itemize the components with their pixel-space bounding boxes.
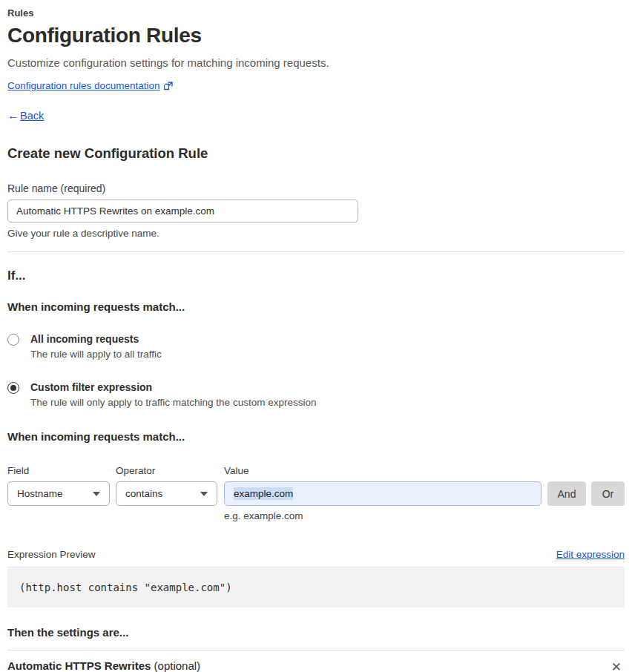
- radio-option-custom-filter[interactable]: Custom filter expression The rule will o…: [7, 381, 625, 408]
- setting-title: Automatic HTTPS Rewrites (optional): [7, 659, 200, 672]
- close-icon[interactable]: ✕: [608, 659, 625, 672]
- expression-builder-heading: When incoming requests match...: [7, 430, 625, 443]
- section-divider: [7, 251, 625, 252]
- setting-header: Automatic HTTPS Rewrites (optional) ✕: [7, 659, 625, 672]
- back-arrow-icon: ←: [7, 109, 19, 122]
- field-column-label: Field: [7, 465, 110, 476]
- then-heading: Then the settings are...: [7, 626, 625, 639]
- rule-name-input[interactable]: [7, 200, 358, 223]
- expression-preview-code: (http.host contains "example.com"): [7, 567, 625, 607]
- radio-option-all-requests[interactable]: All incoming requests The rule will appl…: [7, 333, 625, 360]
- match-heading: When incoming requests match...: [7, 300, 625, 313]
- field-select[interactable]: Hostname: [7, 481, 110, 506]
- radio-option-label: All incoming requests: [30, 333, 162, 345]
- setting-optional-suffix: (optional): [151, 659, 200, 672]
- configuration-rules-page: Rules Configuration Rules Customize conf…: [0, 0, 632, 672]
- chevron-down-icon: [200, 492, 208, 496]
- and-button[interactable]: And: [547, 481, 586, 506]
- edit-expression-link[interactable]: Edit expression: [556, 549, 625, 560]
- documentation-link[interactable]: Configuration rules documentation: [7, 80, 160, 91]
- breadcrumb: Rules: [7, 7, 625, 19]
- radio-option-texts: All incoming requests The rule will appl…: [30, 333, 162, 360]
- radio-unselected-icon[interactable]: [7, 334, 19, 346]
- value-input-text: example.com: [234, 487, 293, 500]
- back-link-label: Back: [20, 110, 44, 122]
- radio-option-texts: Custom filter expression The rule will o…: [30, 381, 316, 408]
- value-helper: e.g. example.com: [224, 510, 625, 521]
- or-button[interactable]: Or: [591, 481, 625, 506]
- operator-select-value: contains: [125, 488, 162, 499]
- rule-name-label: Rule name (required): [7, 182, 625, 194]
- chevron-down-icon: [93, 492, 100, 496]
- builder-column-labels: Field Operator Value: [7, 465, 625, 476]
- value-column-label: Value: [224, 465, 542, 476]
- setting-title-name: Automatic HTTPS Rewrites: [7, 659, 151, 672]
- radio-selected-icon[interactable]: [7, 382, 19, 394]
- expression-preview-label: Expression Preview: [7, 549, 96, 560]
- external-link-icon: [164, 82, 173, 90]
- value-input[interactable]: example.com: [224, 481, 542, 506]
- field-select-value: Hostname: [17, 488, 63, 499]
- page-title: Configuration Rules: [7, 24, 625, 47]
- radio-option-description: The rule will apply to all traffic: [30, 349, 162, 360]
- documentation-row: Configuration rules documentation: [7, 80, 625, 91]
- create-rule-heading: Create new Configuration Rule: [7, 145, 625, 162]
- operator-column-label: Operator: [116, 465, 217, 476]
- rule-name-helper: Give your rule a descriptive name.: [7, 228, 625, 239]
- page-description: Customize configuration settings for mat…: [7, 56, 625, 69]
- radio-option-label: Custom filter expression: [30, 381, 316, 393]
- expression-preview-header: Expression Preview Edit expression: [7, 549, 625, 560]
- operator-select[interactable]: contains: [116, 481, 217, 506]
- if-heading: If...: [7, 269, 625, 283]
- back-link[interactable]: ← Back: [7, 109, 625, 122]
- radio-option-description: The rule will only apply to traffic matc…: [30, 397, 316, 408]
- setting-divider: [7, 650, 625, 650]
- builder-controls-row: Hostname contains example.com And Or: [7, 481, 625, 506]
